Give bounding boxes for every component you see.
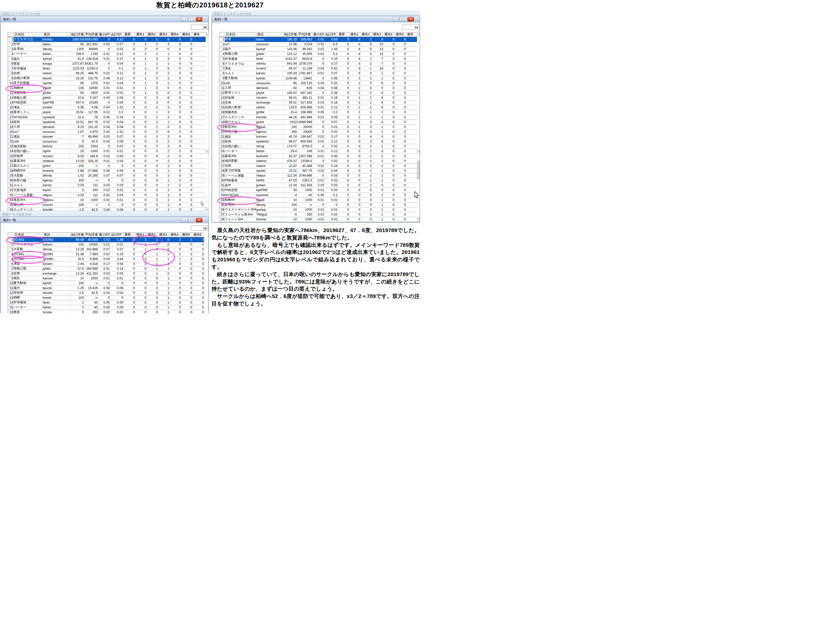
cell-value[interactable]: 0 [123,281,135,285]
row-number[interactable]: 28 [8,168,14,173]
cell-value[interactable]: 0.1 [110,66,123,71]
cell-value[interactable]: 100 [70,202,84,207]
cell-value[interactable]: 86.48 [70,237,84,242]
cell-value[interactable]: 0 [135,305,147,310]
cell-value[interactable]: 0 [123,61,135,66]
cell-value[interactable]: 99.342 [297,47,312,51]
cell-value[interactable]: 0 [181,183,192,188]
cell-value[interactable]: 0 [169,51,181,56]
cell-value[interactable]: 2 [158,134,169,139]
cell-value[interactable]: 0.04 [324,168,337,173]
restore-button[interactable] [400,17,407,22]
cell-value[interactable]: 2 [158,159,169,163]
cell-value[interactable]: 1 [158,51,169,56]
table-row[interactable]: 14FRB恐慌kykFRB407.41018500.04003000 [8,100,206,105]
cell-value[interactable]: 0 [181,95,192,100]
cell-english[interactable]: ntrngi [256,144,283,149]
cell-value[interactable]: 0.06 [98,168,110,173]
cell-value[interactable]: 0 [98,47,110,51]
cell-value[interactable]: 0 [169,242,181,247]
cell-value[interactable]: 2761.857 [297,71,312,76]
cell-value[interactable]: 0 [394,110,406,115]
header-cell[interactable]: 平均評価 [84,233,98,238]
cell-value[interactable]: 0 [394,193,406,197]
cell-value[interactable]: 0 [383,202,394,207]
table-row[interactable]: 6クラカタウ山mkrktu641.542376.07400.27032700 [219,61,420,66]
cell-value[interactable]: 8703.5 [297,144,312,149]
cell-value[interactable]: 0 [181,310,192,314]
cell-value[interactable]: 44.25 [283,115,297,120]
cell-value[interactable]: 0 [349,139,361,144]
cell-value[interactable]: 0.02 [312,212,324,217]
cell-value[interactable]: 0 [394,197,406,202]
cell-english[interactable]: brkfrb [256,178,283,183]
cell-value[interactable]: 0 [123,262,135,266]
cell-japanese[interactable]: 対等 [224,37,256,42]
cell-value[interactable]: 0.03 [98,271,110,276]
cell-value[interactable]: 0 [383,159,394,163]
cell-value[interactable]: 8 [158,95,169,100]
cell-value[interactable]: 0 [181,144,192,149]
cell-value[interactable]: 2 [361,90,372,95]
cell-value[interactable]: 0 [349,212,361,217]
cell-english[interactable]: gudwp [256,207,283,212]
table-row[interactable]: 15津波tunami5.364.060.041.32002300 [8,105,206,110]
cell-value[interactable]: 0.08 [110,285,123,290]
cell-value[interactable]: 0 [123,120,135,124]
cell-value[interactable]: 0.02 [98,90,110,95]
close-button[interactable]: ✕ [196,17,202,22]
cell-value[interactable]: 0 [123,100,135,105]
cell-value[interactable]: 1 [135,71,147,76]
cell-value[interactable]: 1 [135,61,147,66]
cell-value[interactable]: 475.37 [283,159,297,163]
cell-value[interactable]: 0.19 [324,95,337,100]
cell-value[interactable]: 1 [349,90,361,95]
cell-value[interactable]: 0.02 [98,237,110,242]
cell-value[interactable]: 0.03 [98,193,110,197]
cell-value[interactable]: 0 [181,57,192,61]
cell-value[interactable]: 4 [192,257,204,262]
cell-value[interactable]: 0 [394,202,406,207]
cell-english[interactable]: nyseshd [43,115,70,120]
cell-value[interactable]: 0.02 [312,134,324,139]
cell-english[interactable]: karuto [256,71,283,76]
cell-value[interactable]: 0.03 [110,193,123,197]
cell-value[interactable]: 0 [181,202,192,207]
cell-value[interactable]: 0 [147,183,158,188]
cell-value[interactable]: 1 [135,85,147,90]
cell-value[interactable]: 0.01 [98,51,110,56]
cell-value[interactable]: 0 [181,139,192,144]
row-number[interactable]: 8 [8,71,14,76]
cell-value[interactable]: 0 [98,202,110,207]
cell-value[interactable]: 0 [147,66,158,71]
cell-value[interactable]: 1 [158,163,169,168]
table-row[interactable]: 18疫病epidemic23.51587.750.020.04001100 [8,120,206,124]
table-row[interactable]: 3皇居49dtkuky12006000000.02030000 [8,47,206,51]
cell-value[interactable]: 1 [372,124,383,129]
row-number[interactable]: 16 [8,110,14,115]
cell-value[interactable]: 1.42 [70,173,84,178]
cell-value[interactable]: 0 [383,85,394,90]
cell-value[interactable]: 3.33 [70,193,84,197]
cell-value[interactable]: 0 [181,276,192,281]
row-number[interactable]: 11 [219,85,225,90]
cell-english[interactable]: titukt [43,300,70,305]
table-row[interactable]: 7情報公開jyhkki37.8269.9990.010.140011000 [8,266,204,271]
cell-value[interactable]: 0 [337,51,349,56]
cell-value[interactable]: 117.55 [84,110,98,115]
table-row[interactable]: 33ノーベル賞嘘nblpus3.331110.030.03000100 [8,193,206,197]
cell-value[interactable]: 0 [123,115,135,120]
cell-japanese[interactable]: 対等 [14,42,43,47]
cell-japanese[interactable]: 入用 [14,124,43,129]
row-number[interactable]: 21 [8,134,14,139]
header-cell[interactable]: 優先 [192,32,206,37]
table-row[interactable]: 16情報布告jyhfkk31.4156.9990.050.2011200 [219,110,420,115]
table-row[interactable]: 2ux7uuuuuuu22.563.5240.326.40461000 [219,42,420,47]
cell-value[interactable]: 0 [135,139,147,144]
cell-value[interactable]: 0 [147,47,158,51]
row-number[interactable]: 3 [8,247,14,252]
cell-value[interactable]: 2500 [84,90,98,95]
cell-value[interactable]: 0.02 [98,120,110,124]
cell-value[interactable]: 10 [372,42,383,47]
cell-value[interactable]: 363.21 [297,95,312,100]
